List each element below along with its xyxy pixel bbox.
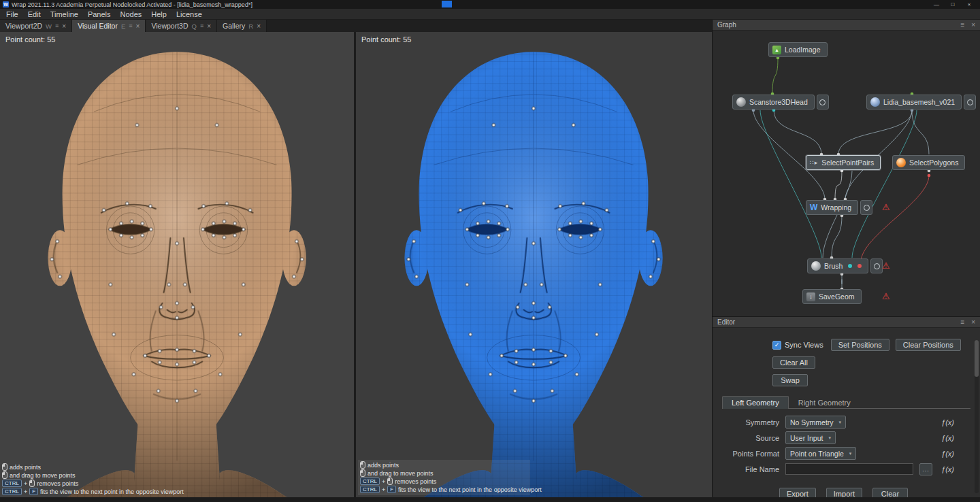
node-box: ▲LoadImage: [768, 42, 828, 57]
app-window: W Wrap 2021.11.3 Academia Perpetual Node…: [0, 0, 980, 502]
expression-fx-button[interactable]: ƒ(x): [941, 450, 954, 458]
scrollbar-thumb[interactable]: [975, 340, 979, 377]
key-ctrl: CTRL: [360, 478, 380, 485]
key-ctrl: CTRL: [2, 488, 22, 495]
tab-viewport2d[interactable]: Viewport2DW≡×: [0, 20, 72, 32]
browse-button[interactable]: ...: [919, 463, 932, 475]
caret-down-icon: ▾: [849, 451, 852, 456]
tab-right-geometry[interactable]: Right Geometry: [789, 396, 860, 409]
menu-edit[interactable]: Edit: [23, 10, 46, 18]
import-button[interactable]: Import: [826, 488, 862, 497]
hint-line-2: and drag to move points: [360, 469, 526, 477]
graph-panel-header: Graph ≡ ×: [713, 20, 980, 31]
menu-file[interactable]: File: [1, 10, 23, 18]
lamp-toggle[interactable]: [860, 200, 872, 215]
savegeom-icon: ↓: [806, 292, 815, 301]
source-select[interactable]: User Input▾: [785, 431, 836, 444]
node-loadimage[interactable]: ▲LoadImage: [768, 42, 828, 57]
tab-menu-icon[interactable]: ≡: [129, 22, 132, 29]
lamp-toggle[interactable]: [817, 95, 829, 110]
expression-fx-button[interactable]: ƒ(x): [941, 434, 954, 442]
warning-icon: ⚠: [882, 260, 890, 271]
maximize-button[interactable]: □: [945, 1, 961, 7]
selected-value: User Input: [790, 434, 823, 442]
viewport-right[interactable]: Point count: 55: [356, 32, 712, 497]
sync-views-checkbox[interactable]: ✓ Sync Views: [772, 341, 823, 350]
tab-menu-icon[interactable]: ≡: [55, 22, 59, 29]
editor-close-icon[interactable]: ×: [971, 318, 975, 326]
hint-text: fits the view to the next point in the o…: [398, 486, 542, 493]
viewports: Point count: 55: [0, 32, 712, 497]
file-name-input[interactable]: [785, 463, 913, 475]
node-selectpointpairs[interactable]: ∷▸SelectPointPairs: [806, 155, 881, 170]
tab-gallery[interactable]: GalleryR×: [217, 20, 267, 32]
node-box: WWrapping: [806, 200, 858, 215]
symmetry-select[interactable]: No Symmetry▾: [785, 416, 846, 429]
editor-scrollbar[interactable]: [975, 340, 979, 493]
hint-line-3: CTRL+removes points: [2, 480, 184, 487]
set-positions-button[interactable]: Set Positions: [831, 339, 889, 351]
mouse-icon: [2, 471, 7, 479]
menu-license[interactable]: License: [172, 10, 207, 18]
lamp-toggle[interactable]: [964, 95, 976, 110]
close-button[interactable]: ×: [961, 1, 977, 7]
node-lidia-basemesh-v021[interactable]: Lidia_basemesh_v021: [866, 95, 976, 110]
expression-fx-button[interactable]: ƒ(x): [941, 418, 954, 426]
viewport-left[interactable]: Point count: 55: [0, 32, 356, 497]
head-blue-icon: [870, 97, 880, 107]
minimize-button[interactable]: —: [928, 1, 945, 7]
menu-panels[interactable]: Panels: [83, 10, 116, 18]
clear-button[interactable]: Clear: [872, 488, 908, 497]
node-wrapping[interactable]: WWrapping⚠: [806, 200, 872, 215]
tab-label: Viewport2D: [5, 22, 42, 30]
port-dot: [848, 264, 852, 268]
tab-menu-icon[interactable]: ≡: [200, 22, 203, 29]
node-box: Lidia_basemesh_v021: [866, 95, 962, 110]
swap-button[interactable]: Swap: [772, 374, 808, 386]
graph-canvas[interactable]: ▲LoadImageScanstore3DHeadLidia_basemesh_…: [713, 31, 980, 316]
expression-fx-button[interactable]: ƒ(x): [941, 465, 954, 473]
editor-actions: Export Import Clear: [779, 488, 980, 497]
bulb-icon: [874, 263, 880, 269]
tab-visual-editor[interactable]: Visual EditorE≡×: [72, 20, 146, 32]
tab-close-icon[interactable]: ×: [62, 22, 66, 30]
wrapping-icon: W: [810, 203, 817, 212]
node-label: SelectPointPairs: [821, 158, 874, 167]
export-button[interactable]: Export: [779, 488, 816, 497]
tab-left-geometry[interactable]: Left Geometry: [722, 396, 789, 409]
clear-positions-button[interactable]: Clear Positions: [896, 339, 961, 351]
key-ctrl: CTRL: [2, 480, 22, 487]
tab-shortcut: W: [46, 22, 52, 30]
warning-icon: ⚠: [882, 201, 890, 213]
menu-timeline[interactable]: Timeline: [46, 10, 83, 18]
titlebar-notification: [442, 1, 452, 7]
node-scanstore3dhead[interactable]: Scanstore3DHead: [732, 95, 829, 110]
menu-help[interactable]: Help: [146, 10, 172, 18]
tab-close-icon[interactable]: ×: [136, 22, 140, 30]
hint-line-1: adds points: [2, 463, 184, 471]
node-brush[interactable]: Brush⚠: [807, 258, 883, 273]
app-logo-icon: W: [3, 1, 9, 7]
mouse-icon: [29, 480, 35, 487]
lamp-toggle[interactable]: [870, 258, 883, 273]
work-area: Viewport2DW≡×Visual EditorE≡×Viewport3DQ…: [0, 20, 712, 497]
polygons-icon: [896, 158, 906, 167]
bulb-icon: [864, 205, 870, 211]
tab-close-icon[interactable]: ×: [257, 22, 261, 30]
field-source: SourceUser Input▾ƒ(x): [713, 430, 980, 446]
tab-close-icon[interactable]: ×: [207, 22, 211, 30]
editor-menu-icon[interactable]: ≡: [961, 318, 965, 326]
node-selectpolygons[interactable]: SelectPolygons: [892, 155, 965, 170]
points-format-select[interactable]: Point on Triangle▾: [785, 447, 856, 460]
menu-nodes[interactable]: Nodes: [116, 10, 147, 18]
clear-all-button[interactable]: Clear All: [772, 356, 815, 369]
hint-text: and drag to move points: [10, 472, 76, 479]
graph-menu-icon[interactable]: ≡: [961, 21, 965, 29]
tab-viewport3d[interactable]: Viewport3DQ≡×: [146, 20, 217, 32]
editor-fields: SymmetryNo Symmetry▾ƒ(x)SourceUser Input…: [713, 414, 980, 477]
geometry-tabs: Left GeometryRight Geometry: [722, 396, 970, 409]
hint-line-1: adds points: [360, 461, 526, 469]
editor-body: ✓ Sync Views Set Positions Clear Positio…: [713, 328, 980, 497]
node-savegeom[interactable]: ↓SaveGeom⚠: [802, 289, 862, 304]
graph-close-icon[interactable]: ×: [971, 21, 975, 29]
